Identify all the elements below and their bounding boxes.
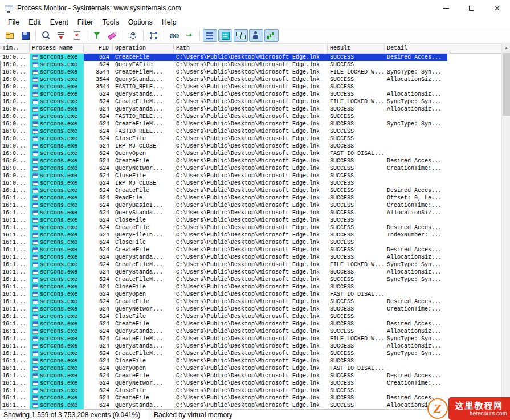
table-row[interactable]: 16:1...scrcons.exe624CreateFileM...C:\Us… [0,261,501,268]
scrollbar-thumb[interactable] [503,53,510,116]
column-header-result[interactable]: Result [328,44,385,53]
menu-item-tools[interactable]: Tools [97,18,123,26]
table-row[interactable]: 16:0...scrcons.exe3544QueryStanda...C:\U… [0,76,501,83]
table-row[interactable]: 16:0...scrcons.exe624QueryEAFileC:\Users… [0,61,501,68]
table-row[interactable]: 16:1...scrcons.exe624CloseFileC:\Users\P… [0,387,501,394]
close-button[interactable]: ✕ [484,0,510,16]
vertical-scrollbar[interactable]: ▲ ▼ [501,43,510,409]
process-icon [32,344,38,349]
minimize-button[interactable] [433,0,459,16]
column-header-time[interactable]: Tim.. [0,44,30,53]
table-row[interactable]: 16:0...scrcons.exe624QueryStanda...C:\Us… [0,105,501,113]
jump-button[interactable] [182,29,197,42]
table-row[interactable]: 16:1...scrcons.exe624QueryStanda...C:\Us… [0,209,501,217]
cell-detail [385,283,447,291]
table-row[interactable]: 16:1...scrcons.exe624CreateFileC:\Users\… [0,246,501,254]
table-row[interactable]: 16:1...scrcons.exe624QueryBasicI...C:\Us… [0,202,501,209]
show-process-button[interactable] [249,29,263,42]
table-row[interactable]: 16:0...scrcons.exe624QueryNetwor...C:\Us… [0,165,501,172]
table-row[interactable]: 16:1...scrcons.exe624CreateFileC:\Users\… [0,187,501,194]
open-button[interactable] [3,29,17,42]
watermark-logo: Z [427,398,448,419]
cell-detail: AllocationSiz... [385,268,447,276]
clear-button[interactable] [70,29,84,42]
show-filesystem-button[interactable] [218,29,232,42]
column-header-path[interactable]: Path [174,44,328,53]
table-row[interactable]: 16:0...scrcons.exe3544CreateFileM...C:\U… [0,68,501,76]
table-row[interactable]: 16:1...scrcons.exe624QueryFileIn...C:\Us… [0,231,501,239]
table-row[interactable]: 16:1...scrcons.exe624CloseFileC:\Users\P… [0,357,501,365]
table-row[interactable]: 16:1...scrcons.exe624QueryStanda...C:\Us… [0,402,501,409]
toolbar-separator [35,30,36,40]
column-header-detail[interactable]: Detail [385,44,447,53]
table-row[interactable]: 16:1...scrcons.exe624QueryStanda...C:\Us… [0,342,501,350]
table-row[interactable]: 16:0...scrcons.exe624IRP_MJ_CLOSEC:\User… [0,142,501,150]
table-row[interactable]: 16:1...scrcons.exe624QueryOpenC:\Users\P… [0,291,501,298]
table-row[interactable]: 16:0...scrcons.exe624FASTIO_RELE...C:\Us… [0,128,501,135]
table-row[interactable]: 16:1...scrcons.exe624CreateFileC:\Users\… [0,320,501,328]
table-row[interactable]: 16:1...scrcons.exe624CloseFileC:\Users\P… [0,217,501,224]
cell-process-name: scrcons.exe [30,76,84,83]
table-row[interactable]: 16:0...scrcons.exe624CloseFileC:\Users\P… [0,135,501,142]
cell-detail: CreationTime:... [385,202,447,209]
table-row[interactable]: 16:1...scrcons.exe624CloseFileC:\Users\P… [0,239,501,246]
table-row[interactable]: 16:1...scrcons.exe624CloseFileC:\Users\P… [0,283,501,291]
show-profiling-button[interactable] [264,29,279,42]
cell-detail: IndexNumber: ... [385,231,447,239]
show-registry-button[interactable] [203,29,217,42]
table-row[interactable]: 16:1...scrcons.exe624CreateFileC:\Users\… [0,298,501,305]
cell-operation: QueryStanda... [113,254,174,261]
table-row[interactable]: 16:1...scrcons.exe624QueryStanda...C:\Us… [0,328,501,335]
table-row[interactable]: 16:1...scrcons.exe624CreateFileM...C:\Us… [0,350,501,357]
table-row[interactable]: 16:1...scrcons.exe624QueryNetwor...C:\Us… [0,305,501,313]
menu-item-options[interactable]: Options [124,18,157,26]
menu-item-edit[interactable]: Edit [24,18,46,26]
table-row[interactable]: 16:1...scrcons.exe624QueryNetwor...C:\Us… [0,380,501,387]
table-row[interactable]: 16:1...scrcons.exe624CreateFileM...C:\Us… [0,335,501,342]
capture-button[interactable] [39,29,53,42]
autoscroll-button[interactable] [54,29,68,42]
table-row[interactable]: 16:1...scrcons.exe624CreateFileM...C:\Us… [0,276,501,283]
cell-pid: 624 [84,298,113,305]
table-row[interactable]: 16:0...scrcons.exe624CreateFileC:\Users\… [0,54,501,61]
table-row[interactable]: 16:0...scrcons.exe624CreateFileC:\Users\… [0,157,501,165]
find-button[interactable] [167,29,181,42]
toolbar-separator [123,30,123,40]
table-row[interactable]: 16:0...scrcons.exe624CloseFileC:\Users\P… [0,172,501,180]
cell-time: 16:0... [0,105,30,113]
scroll-up-arrow[interactable]: ▲ [502,43,510,52]
cell-process-name: scrcons.exe [30,350,84,357]
menu-item-filter[interactable]: Filter [73,18,98,26]
table-row[interactable]: 16:1...scrcons.exe624CloseFileC:\Users\P… [0,313,501,320]
menu-item-event[interactable]: Event [46,18,73,26]
cell-detail: CreationTime:... [385,380,447,387]
filter-button[interactable] [90,29,104,42]
table-row[interactable]: 16:1...scrcons.exe624CreateFileC:\Users\… [0,394,501,402]
menu-item-help[interactable]: Help [157,18,181,26]
table-row[interactable]: 16:0...scrcons.exe624IRP_MJ_CLOSEC:\User… [0,180,501,187]
cell-path: C:\Users\Public\Desktop\Microsoft Edge.l… [174,231,328,239]
table-row[interactable]: 16:1...scrcons.exe624QueryStanda...C:\Us… [0,268,501,276]
table-row[interactable]: 16:1...scrcons.exe624CreateFileC:\Users\… [0,224,501,231]
column-header-pid[interactable]: PID [84,44,113,53]
table-row[interactable]: 16:1...scrcons.exe624QueryStanda...C:\Us… [0,254,501,261]
table-row[interactable]: 16:0...scrcons.exe624QueryStanda...C:\Us… [0,91,501,98]
table-row[interactable]: 16:0...scrcons.exe624CreateFileM...C:\Us… [0,98,501,105]
table-row[interactable]: 16:1...scrcons.exe624ReadFileC:\Users\Pu… [0,194,501,202]
table-row[interactable]: 16:0...scrcons.exe624FASTIO_RELE...C:\Us… [0,113,501,120]
table-row[interactable]: 16:0...scrcons.exe3544FASTIO_RELE...C:\U… [0,83,501,91]
column-header-process-name[interactable]: Process Name [30,44,84,53]
maximize-button[interactable] [459,0,484,16]
include-process-button[interactable] [126,29,140,42]
table-row[interactable]: 16:1...scrcons.exe624CreateFileC:\Users\… [0,372,501,380]
table-row[interactable]: 16:0...scrcons.exe624QueryOpenC:\Users\P… [0,150,501,157]
highlight-button[interactable] [105,29,120,42]
menu-item-file[interactable]: File [3,18,24,26]
app-icon [5,5,13,11]
table-row[interactable]: 16:1...scrcons.exe624QueryOpenC:\Users\P… [0,365,501,372]
save-button[interactable] [18,29,32,42]
process-tree-button[interactable] [146,29,161,42]
column-header-operation[interactable]: Operation [113,44,174,53]
table-row[interactable]: 16:0...scrcons.exe624CreateFileM...C:\Us… [0,120,501,128]
show-network-button[interactable] [234,29,248,42]
